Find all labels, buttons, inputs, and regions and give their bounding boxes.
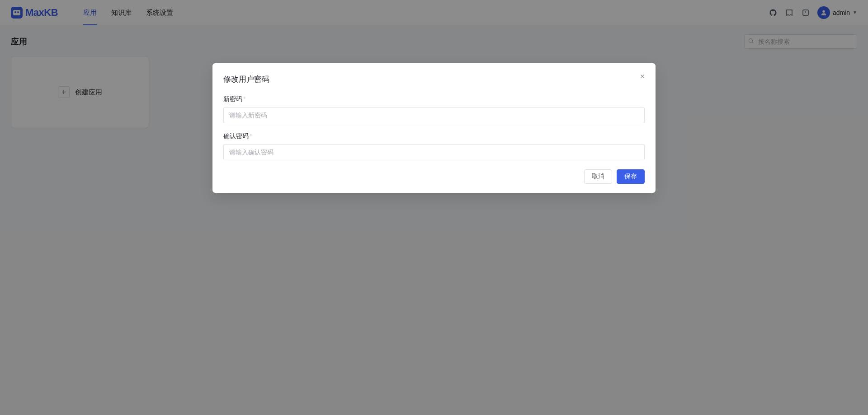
label-text: 新密码 — [223, 95, 242, 103]
confirm-password-label: 确认密码* — [223, 132, 645, 140]
dialog-title: 修改用户密码 — [223, 74, 645, 84]
form-item-confirm-password: 确认密码* — [223, 132, 645, 160]
dialog-footer: 取消 保存 — [223, 169, 645, 184]
form-item-new-password: 新密码* — [223, 95, 645, 123]
required-mark: * — [250, 132, 252, 140]
close-icon[interactable] — [638, 72, 646, 80]
required-mark: * — [243, 95, 245, 103]
confirm-password-input[interactable] — [223, 144, 645, 160]
modal-overlay[interactable]: 修改用户密码 新密码* 确认密码* 取消 保存 — [0, 0, 868, 415]
new-password-label: 新密码* — [223, 95, 645, 103]
label-text: 确认密码 — [223, 132, 249, 140]
save-button[interactable]: 保存 — [617, 169, 645, 184]
change-password-dialog: 修改用户密码 新密码* 确认密码* 取消 保存 — [212, 63, 656, 193]
cancel-button[interactable]: 取消 — [584, 169, 612, 184]
new-password-input[interactable] — [223, 107, 645, 123]
